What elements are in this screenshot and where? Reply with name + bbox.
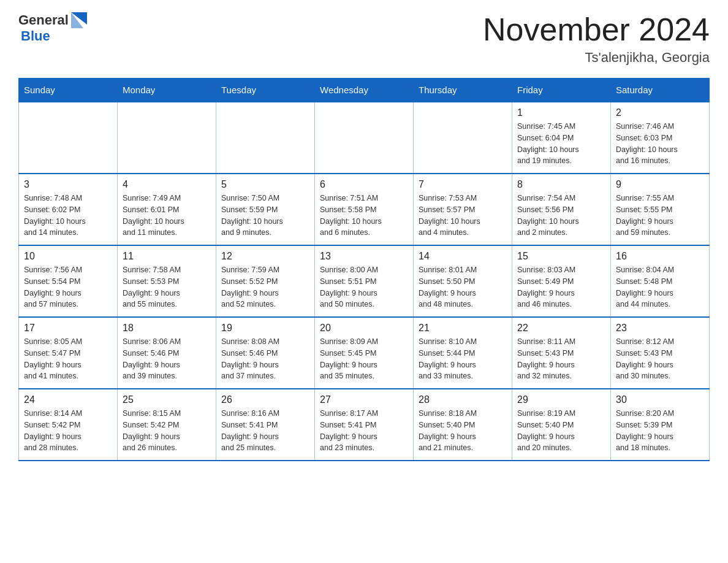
calendar-week-3: 10Sunrise: 7:56 AM Sunset: 5:54 PM Dayli… [19,245,710,317]
calendar-week-5: 24Sunrise: 8:14 AM Sunset: 5:42 PM Dayli… [19,389,710,461]
calendar-cell: 13Sunrise: 8:00 AM Sunset: 5:51 PM Dayli… [315,245,414,317]
calendar-cell: 8Sunrise: 7:54 AM Sunset: 5:56 PM Daylig… [512,174,611,245]
day-number: 26 [221,394,309,405]
calendar: SundayMondayTuesdayWednesdayThursdayFrid… [18,78,710,461]
day-header-friday: Friday [512,79,611,102]
day-number: 27 [320,394,408,405]
day-number: 20 [320,323,408,334]
day-header-monday: Monday [118,79,216,102]
day-number: 7 [419,179,507,190]
day-info: Sunrise: 8:06 AM Sunset: 5:46 PM Dayligh… [123,336,211,382]
calendar-cell: 17Sunrise: 8:05 AM Sunset: 5:47 PM Dayli… [19,317,118,389]
day-number: 8 [517,179,605,190]
day-info: Sunrise: 8:12 AM Sunset: 5:43 PM Dayligh… [616,336,704,382]
calendar-cell [216,102,315,174]
logo-icon [71,12,87,28]
day-info: Sunrise: 7:51 AM Sunset: 5:58 PM Dayligh… [320,193,408,239]
day-info: Sunrise: 7:48 AM Sunset: 6:02 PM Dayligh… [24,193,112,239]
calendar-cell: 22Sunrise: 8:11 AM Sunset: 5:43 PM Dayli… [512,317,611,389]
location: Ts'alenjikha, Georgia [483,50,710,66]
calendar-cell: 21Sunrise: 8:10 AM Sunset: 5:44 PM Dayli… [414,317,512,389]
day-info: Sunrise: 8:17 AM Sunset: 5:41 PM Dayligh… [320,408,408,454]
calendar-cell: 2Sunrise: 7:46 AM Sunset: 6:03 PM Daylig… [611,102,710,174]
day-number: 16 [616,251,704,262]
logo-blue-text: Blue [21,28,50,44]
day-number: 18 [123,323,211,334]
day-info: Sunrise: 7:49 AM Sunset: 6:01 PM Dayligh… [123,193,211,239]
day-info: Sunrise: 7:58 AM Sunset: 5:53 PM Dayligh… [123,264,211,310]
day-info: Sunrise: 7:50 AM Sunset: 5:59 PM Dayligh… [221,193,309,239]
day-number: 2 [616,107,704,118]
calendar-cell: 4Sunrise: 7:49 AM Sunset: 6:01 PM Daylig… [118,174,216,245]
calendar-header-row: SundayMondayTuesdayWednesdayThursdayFrid… [19,79,710,102]
day-info: Sunrise: 8:14 AM Sunset: 5:42 PM Dayligh… [24,408,112,454]
day-number: 1 [517,107,605,118]
calendar-cell [414,102,512,174]
day-header-wednesday: Wednesday [315,79,414,102]
day-number: 24 [24,394,112,405]
day-info: Sunrise: 8:11 AM Sunset: 5:43 PM Dayligh… [517,336,605,382]
calendar-week-1: 1Sunrise: 7:45 AM Sunset: 6:04 PM Daylig… [19,102,710,174]
calendar-cell [315,102,414,174]
day-info: Sunrise: 8:15 AM Sunset: 5:42 PM Dayligh… [123,408,211,454]
day-info: Sunrise: 7:56 AM Sunset: 5:54 PM Dayligh… [24,264,112,310]
logo: General Blue [18,12,87,44]
calendar-week-4: 17Sunrise: 8:05 AM Sunset: 5:47 PM Dayli… [19,317,710,389]
calendar-cell: 12Sunrise: 7:59 AM Sunset: 5:52 PM Dayli… [216,245,315,317]
day-info: Sunrise: 8:08 AM Sunset: 5:46 PM Dayligh… [221,336,309,382]
day-info: Sunrise: 7:59 AM Sunset: 5:52 PM Dayligh… [221,264,309,310]
calendar-cell: 25Sunrise: 8:15 AM Sunset: 5:42 PM Dayli… [118,389,216,461]
day-info: Sunrise: 8:00 AM Sunset: 5:51 PM Dayligh… [320,264,408,310]
calendar-cell: 30Sunrise: 8:20 AM Sunset: 5:39 PM Dayli… [611,389,710,461]
calendar-week-2: 3Sunrise: 7:48 AM Sunset: 6:02 PM Daylig… [19,174,710,245]
calendar-cell: 18Sunrise: 8:06 AM Sunset: 5:46 PM Dayli… [118,317,216,389]
calendar-cell [118,102,216,174]
day-number: 4 [123,179,211,190]
calendar-cell: 7Sunrise: 7:53 AM Sunset: 5:57 PM Daylig… [414,174,512,245]
calendar-cell: 3Sunrise: 7:48 AM Sunset: 6:02 PM Daylig… [19,174,118,245]
calendar-cell: 15Sunrise: 8:03 AM Sunset: 5:49 PM Dayli… [512,245,611,317]
calendar-cell: 20Sunrise: 8:09 AM Sunset: 5:45 PM Dayli… [315,317,414,389]
calendar-cell: 11Sunrise: 7:58 AM Sunset: 5:53 PM Dayli… [118,245,216,317]
day-number: 17 [24,323,112,334]
day-number: 10 [24,251,112,262]
day-number: 21 [419,323,507,334]
day-info: Sunrise: 8:04 AM Sunset: 5:48 PM Dayligh… [616,264,704,310]
calendar-cell: 24Sunrise: 8:14 AM Sunset: 5:42 PM Dayli… [19,389,118,461]
day-number: 29 [517,394,605,405]
calendar-cell: 28Sunrise: 8:18 AM Sunset: 5:40 PM Dayli… [414,389,512,461]
day-info: Sunrise: 8:03 AM Sunset: 5:49 PM Dayligh… [517,264,605,310]
page-header: General Blue November 2024 Ts'alenjikha,… [18,12,710,66]
day-info: Sunrise: 7:46 AM Sunset: 6:03 PM Dayligh… [616,121,704,167]
day-number: 6 [320,179,408,190]
day-info: Sunrise: 7:53 AM Sunset: 5:57 PM Dayligh… [419,193,507,239]
calendar-cell: 5Sunrise: 7:50 AM Sunset: 5:59 PM Daylig… [216,174,315,245]
day-number: 22 [517,323,605,334]
day-number: 3 [24,179,112,190]
calendar-cell: 10Sunrise: 7:56 AM Sunset: 5:54 PM Dayli… [19,245,118,317]
calendar-cell: 14Sunrise: 8:01 AM Sunset: 5:50 PM Dayli… [414,245,512,317]
calendar-cell: 19Sunrise: 8:08 AM Sunset: 5:46 PM Dayli… [216,317,315,389]
day-number: 15 [517,251,605,262]
calendar-cell: 26Sunrise: 8:16 AM Sunset: 5:41 PM Dayli… [216,389,315,461]
day-info: Sunrise: 8:09 AM Sunset: 5:45 PM Dayligh… [320,336,408,382]
month-title: November 2024 [483,12,710,47]
calendar-cell: 9Sunrise: 7:55 AM Sunset: 5:55 PM Daylig… [611,174,710,245]
calendar-cell: 6Sunrise: 7:51 AM Sunset: 5:58 PM Daylig… [315,174,414,245]
day-number: 13 [320,251,408,262]
day-header-sunday: Sunday [19,79,118,102]
day-info: Sunrise: 8:20 AM Sunset: 5:39 PM Dayligh… [616,408,704,454]
day-number: 5 [221,179,309,190]
day-number: 23 [616,323,704,334]
day-info: Sunrise: 7:55 AM Sunset: 5:55 PM Dayligh… [616,193,704,239]
calendar-cell: 1Sunrise: 7:45 AM Sunset: 6:04 PM Daylig… [512,102,611,174]
day-header-thursday: Thursday [414,79,512,102]
day-header-tuesday: Tuesday [216,79,315,102]
day-number: 11 [123,251,211,262]
day-info: Sunrise: 8:10 AM Sunset: 5:44 PM Dayligh… [419,336,507,382]
day-number: 28 [419,394,507,405]
title-block: November 2024 Ts'alenjikha, Georgia [483,12,710,66]
calendar-cell: 29Sunrise: 8:19 AM Sunset: 5:40 PM Dayli… [512,389,611,461]
day-number: 14 [419,251,507,262]
day-header-saturday: Saturday [611,79,710,102]
